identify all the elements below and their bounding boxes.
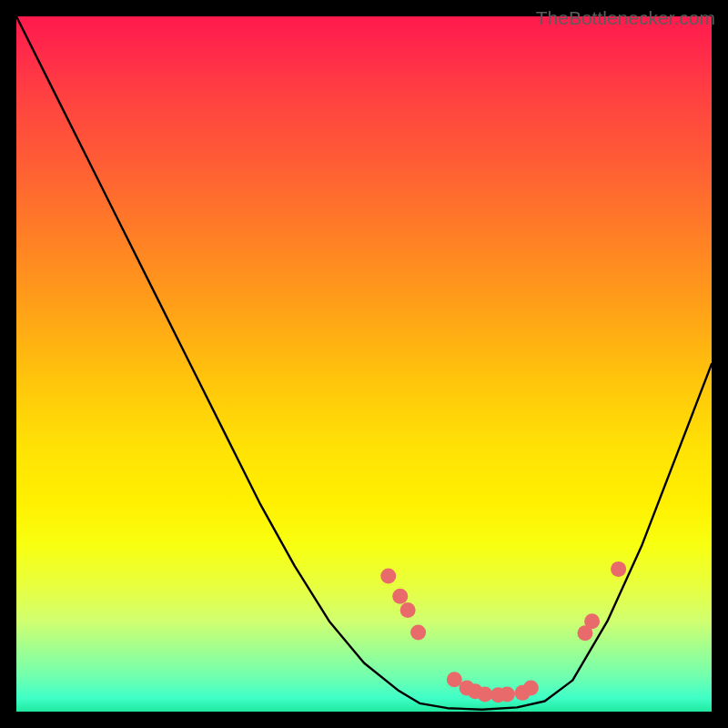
data-point [392,589,408,604]
data-point [500,686,515,702]
data-point [584,613,600,629]
data-point [477,686,492,702]
chart-plot-area [16,16,712,712]
data-point [523,681,539,696]
data-point [611,561,626,577]
data-point [410,624,426,640]
watermark-text: TheBottlenecker.com [536,7,715,29]
data-point [400,602,416,618]
data-point [380,569,396,584]
points-svg [16,16,712,712]
